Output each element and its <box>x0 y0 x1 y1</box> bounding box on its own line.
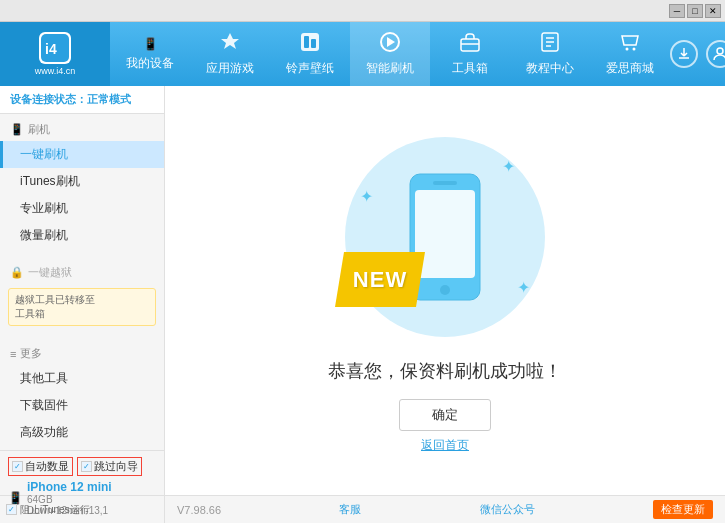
status-bar: ✓ 阻止iTunes运行 V7.98.66 客服 微信公众号 检查更新 <box>0 495 725 523</box>
new-badge-text: NEW <box>353 267 407 293</box>
svg-rect-4 <box>311 39 316 48</box>
tutorial-label: 教程中心 <box>526 60 574 77</box>
phone-circle-bg: ✦ ✦ ✦ NEW <box>345 137 545 337</box>
sparkle-3: ✦ <box>517 278 530 297</box>
flash-section-title: 📱 刷机 <box>0 118 164 141</box>
more-icon: ≡ <box>10 348 16 360</box>
success-illustration: ✦ ✦ ✦ NEW <box>325 127 565 347</box>
sidebar-item-other-tools[interactable]: 其他工具 <box>0 365 164 392</box>
sidebar-item-advanced[interactable]: 高级功能 <box>0 419 164 446</box>
sidebar-item-save-data-flash[interactable]: 微量刷机 <box>0 222 164 249</box>
customer-service-link[interactable]: 客服 <box>339 502 361 517</box>
ringtone-label: 铃声壁纸 <box>286 60 334 77</box>
window-controls: ─ □ ✕ <box>669 4 721 18</box>
success-message: 恭喜您，保资料刷机成功啦！ <box>328 359 562 383</box>
connection-value: 正常模式 <box>87 93 131 105</box>
toolbox-label: 工具箱 <box>452 60 488 77</box>
version-text: V7.98.66 <box>177 504 221 516</box>
close-button[interactable]: ✕ <box>705 4 721 18</box>
prevent-itunes-group[interactable]: ✓ 阻止iTunes运行 <box>6 503 90 517</box>
nav-toolbox[interactable]: 工具箱 <box>430 22 510 86</box>
tutorial-icon <box>539 31 561 56</box>
auto-flash-checkbox-group[interactable]: ✓ 自动数显 <box>8 457 73 476</box>
app-games-icon <box>219 31 241 56</box>
back-link[interactable]: 返回首页 <box>421 437 469 454</box>
status-bar-left: ✓ 阻止iTunes运行 <box>0 496 165 523</box>
jailbreak-section: 🔒 一键越狱 越狱工具已转移至工具箱 <box>0 257 164 334</box>
flash-section: 📱 刷机 一键刷机 iTunes刷机 专业刷机 微量刷机 <box>0 114 164 253</box>
device-name: iPhone 12 mini <box>27 480 112 494</box>
my-device-icon: 📱 <box>143 37 158 51</box>
mall-icon <box>619 31 641 56</box>
skip-wizard-checkbox[interactable]: ✓ <box>81 461 92 472</box>
header: i4 www.i4.cn 📱 我的设备 应用游戏 <box>0 22 725 86</box>
content-area: ✦ ✦ ✦ NEW 恭喜您 <box>165 86 725 495</box>
svg-rect-3 <box>304 36 309 48</box>
auto-flash-label: 自动数显 <box>25 459 69 474</box>
more-section-title: ≡ 更多 <box>0 342 164 365</box>
flash-section-icon: 📱 <box>10 123 24 136</box>
jailbreak-notice: 越狱工具已转移至工具箱 <box>8 288 156 326</box>
mall-label: 爱思商城 <box>606 60 654 77</box>
download-button[interactable] <box>670 40 698 68</box>
title-bar: ─ □ ✕ <box>0 0 725 22</box>
app-games-label: 应用游戏 <box>206 60 254 77</box>
svg-rect-17 <box>415 190 475 278</box>
sparkle-2: ✦ <box>360 187 373 206</box>
toolbox-icon <box>459 31 481 56</box>
sidebar-item-pro-flash[interactable]: 专业刷机 <box>0 195 164 222</box>
svg-point-14 <box>717 48 723 54</box>
svg-rect-2 <box>301 33 319 51</box>
nav-mall[interactable]: 爱思商城 <box>590 22 670 86</box>
smart-flash-label: 智能刷机 <box>366 60 414 77</box>
nav-tutorial[interactable]: 教程中心 <box>510 22 590 86</box>
sidebar-item-itunes-flash[interactable]: iTunes刷机 <box>0 168 164 195</box>
ringtone-icon <box>299 31 321 56</box>
prevent-itunes-label: 阻止iTunes运行 <box>20 503 90 517</box>
svg-rect-6 <box>461 39 479 51</box>
main-area: 设备连接状态：正常模式 📱 刷机 一键刷机 iTunes刷机 专业刷机 微量刷机… <box>0 86 725 495</box>
skip-wizard-label: 跳过向导 <box>94 459 138 474</box>
confirm-button[interactable]: 确定 <box>399 399 491 431</box>
sidebar-item-download-firmware[interactable]: 下载固件 <box>0 392 164 419</box>
connection-label: 设备连接状态： <box>10 93 87 105</box>
logo-subtitle: www.i4.cn <box>35 66 76 76</box>
nav-ringtone[interactable]: 铃声壁纸 <box>270 22 350 86</box>
status-bar-right: V7.98.66 客服 微信公众号 检查更新 <box>165 500 725 519</box>
sidebar: 设备连接状态：正常模式 📱 刷机 一键刷机 iTunes刷机 专业刷机 微量刷机… <box>0 86 165 495</box>
wechat-link[interactable]: 微信公众号 <box>480 502 535 517</box>
lock-icon: 🔒 <box>10 266 24 279</box>
user-button[interactable] <box>706 40 725 68</box>
auto-flash-checkbox[interactable]: ✓ <box>12 461 23 472</box>
svg-point-18 <box>440 285 450 295</box>
skip-wizard-checkbox-group[interactable]: ✓ 跳过向导 <box>77 457 142 476</box>
sidebar-item-one-key-flash[interactable]: 一键刷机 <box>0 141 164 168</box>
new-badge: NEW <box>335 252 425 307</box>
nav-bar: 📱 我的设备 应用游戏 铃声壁纸 <box>110 22 670 86</box>
svg-point-13 <box>633 48 636 51</box>
prevent-itunes-checkbox[interactable]: ✓ <box>6 504 17 515</box>
nav-smart-flash[interactable]: 智能刷机 <box>350 22 430 86</box>
restore-button[interactable]: □ <box>687 4 703 18</box>
check-update-button[interactable]: 检查更新 <box>653 500 713 519</box>
svg-text:i4: i4 <box>45 41 57 57</box>
nav-app-games[interactable]: 应用游戏 <box>190 22 270 86</box>
smart-flash-icon <box>379 31 401 56</box>
svg-point-12 <box>626 48 629 51</box>
my-device-label: 我的设备 <box>126 55 174 72</box>
sparkle-1: ✦ <box>502 157 515 176</box>
more-section: ≡ 更多 其他工具 下载固件 高级功能 <box>0 338 164 450</box>
nav-my-device[interactable]: 📱 我的设备 <box>110 22 190 86</box>
connection-status: 设备连接状态：正常模式 <box>0 86 164 114</box>
logo-icon: i4 <box>39 32 71 64</box>
nav-right-buttons <box>670 40 725 68</box>
minimize-button[interactable]: ─ <box>669 4 685 18</box>
jailbreak-section-title: 🔒 一键越狱 <box>0 261 164 284</box>
svg-rect-19 <box>433 181 457 185</box>
logo[interactable]: i4 www.i4.cn <box>0 22 110 86</box>
